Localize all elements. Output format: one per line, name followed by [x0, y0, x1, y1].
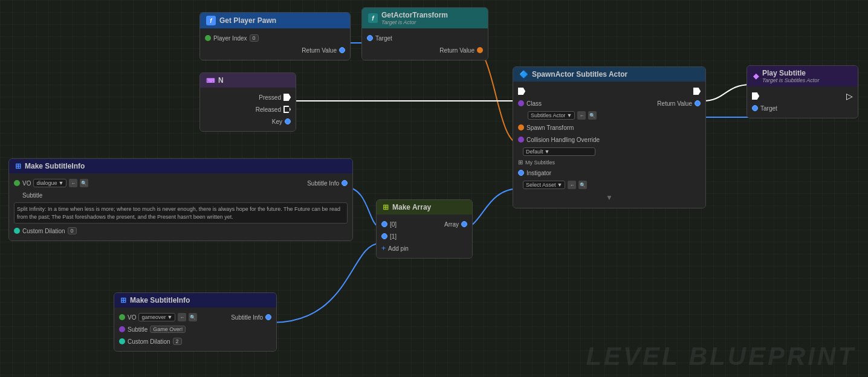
vo2-dropdown[interactable]: gameover ▼	[138, 313, 175, 321]
custom-dilation-2-label: Custom Dilation	[128, 338, 170, 345]
pressed-label: Pressed	[259, 94, 281, 101]
collision-dropdown-row: Default ▼	[513, 146, 705, 158]
class-search-icon[interactable]: 🔍	[588, 111, 597, 120]
make-array-title: Make Array	[392, 203, 431, 211]
instigator-pin	[518, 170, 524, 176]
make-subtitle-1-title: Make SubtitleInfo	[25, 162, 85, 170]
subtitle2-label: Subtitle	[128, 326, 147, 333]
subtitle1-label-row: Subtitle	[9, 189, 352, 201]
get-actor-transform-subtitle: Target is Actor	[381, 19, 448, 25]
custom-dilation-1-value[interactable]: 0	[68, 227, 77, 234]
target-label: Target	[375, 35, 392, 42]
subtitle2-value[interactable]: Game Over!	[150, 326, 186, 333]
array-label: Array	[444, 221, 459, 228]
make-subtitle-info-2-node: ⊞ Make SubtitleInfo VO gameover ▼ ← 🔍 Su…	[114, 292, 277, 352]
spawn-actor-title: SpawnActor Subtitles Actor	[532, 70, 627, 79]
vo1-pin	[14, 180, 20, 186]
watermark-text: LEVEL BLUEPRINT	[586, 342, 856, 371]
target-pin	[367, 35, 373, 41]
function-icon-teal: f	[368, 13, 378, 23]
return-value-row: Return Value	[200, 44, 350, 56]
get-player-pawn-node: f Get Player Pawn Player Index 0 Return …	[199, 12, 351, 60]
return-value-label: Return Value	[302, 47, 337, 54]
collision-row: Collision Handling Override	[513, 134, 705, 146]
vo2-search[interactable]: 🔍	[189, 313, 197, 321]
subtitle1-text[interactable]: Split Infinity: In a time when less is m…	[14, 202, 348, 224]
get-player-pawn-title: Get Player Pawn	[219, 16, 276, 25]
vo2-pin	[119, 314, 125, 320]
player-index-value[interactable]: 0	[250, 34, 259, 42]
vo1-label: VO	[22, 180, 31, 187]
add-pin-label: Add pin	[388, 245, 409, 252]
class-dropdown[interactable]: Subtitles Actor ▼	[528, 111, 575, 120]
play-target-row: Target	[747, 102, 858, 114]
function-icon: f	[206, 16, 216, 25]
array-out-pin	[461, 221, 467, 227]
released-pin	[283, 106, 291, 113]
vo1-dropdown[interactable]: dialogue ▼	[33, 179, 66, 187]
instigator-search-icon[interactable]: 🔍	[578, 181, 587, 189]
target-row: Target	[362, 32, 488, 44]
select-asset-dropdown[interactable]: Select Asset ▼	[523, 181, 565, 189]
make-subtitle-2-title: Make SubtitleInfo	[130, 296, 190, 304]
vo1-search[interactable]: 🔍	[80, 179, 88, 187]
subtitle-info-1-label: Subtitle Info	[307, 180, 339, 187]
n-key-header: ⌨ N	[200, 73, 296, 88]
vo2-arrow[interactable]: ←	[178, 313, 186, 321]
transform-return-pin	[477, 47, 483, 53]
spawn-return-pin	[695, 100, 701, 106]
add-pin-row[interactable]: + Add pin	[377, 242, 472, 254]
play-exec-in	[752, 92, 759, 100]
array-pin1	[381, 233, 387, 239]
transform-return-label: Return Value	[439, 47, 474, 54]
play-subtitle-node: ◆ Play Subtitle Target is Subtitles Acto…	[747, 65, 858, 118]
collision-label: Collision Handling Override	[526, 137, 600, 143]
array-pin0	[381, 221, 387, 227]
spawn-transform-pin	[518, 124, 524, 130]
play-subtitle-subtitle: Target is Subtitles Actor	[762, 77, 819, 83]
subtitle-info-1-pin	[342, 180, 348, 186]
instigator-arrow-icon[interactable]: ←	[568, 181, 576, 189]
custom-dilation-2-row: Custom Dilation 2	[114, 335, 276, 347]
player-index-label: Player Index	[213, 35, 247, 42]
subtitle2-pin	[119, 326, 125, 332]
released-row: Released	[200, 103, 296, 115]
player-index-row: Player Index 0	[200, 32, 350, 44]
get-player-pawn-header: f Get Player Pawn	[200, 13, 350, 28]
class-label: Class	[526, 100, 542, 107]
select-asset-row: Select Asset ▼ ← 🔍	[513, 179, 705, 191]
released-label: Released	[256, 106, 281, 113]
spawn-transform-label: Spawn Transform	[526, 124, 574, 131]
subtitle1-label: Subtitle	[22, 192, 42, 199]
add-pin-icon: +	[381, 244, 386, 253]
spawn-exec-in-row	[513, 85, 705, 97]
subtitle2-row: Subtitle Game Over!	[114, 323, 276, 335]
instigator-label: Instigator	[526, 170, 551, 176]
instigator-row: Instigator	[513, 167, 705, 179]
vo1-arrow[interactable]: ←	[69, 179, 77, 187]
vo1-row: VO dialogue ▼ ← 🔍 Subtitle Info	[9, 177, 352, 189]
pressed-row: Pressed	[200, 91, 296, 103]
get-actor-transform-title: GetActorTransform	[381, 11, 448, 19]
play-exec-row: ▷	[747, 90, 858, 102]
array-pin0-label: [0]	[390, 221, 397, 228]
expand-row: ▼	[513, 191, 705, 204]
collision-dropdown[interactable]: Default ▼	[523, 147, 595, 156]
custom-dilation-1-row: Custom Dilation 0	[9, 225, 352, 237]
key-pin	[285, 118, 291, 124]
n-key-title: N	[218, 76, 224, 85]
subtitle-info-2-pin	[265, 314, 271, 320]
spawn-transform-row: Spawn Transform	[513, 121, 705, 134]
get-actor-transform-header: f GetActorTransform Target is Actor	[362, 8, 488, 28]
my-subtitles-section: ⊞ My Subtitles	[513, 158, 705, 167]
play-subtitle-title: Play Subtitle	[762, 69, 819, 77]
class-row: Class Return Value	[513, 97, 705, 109]
play-subtitle-header: ◆ Play Subtitle Target is Subtitles Acto…	[747, 66, 858, 86]
get-actor-transform-node: f GetActorTransform Target is Actor Targ…	[361, 7, 488, 60]
player-index-pin	[205, 35, 211, 41]
key-label: Key	[272, 118, 282, 125]
class-arrow-icon[interactable]: ←	[577, 111, 586, 120]
custom-dilation-2-value[interactable]: 2	[173, 338, 182, 345]
transform-return-row: Return Value	[362, 44, 488, 56]
return-value-pin	[339, 47, 345, 53]
